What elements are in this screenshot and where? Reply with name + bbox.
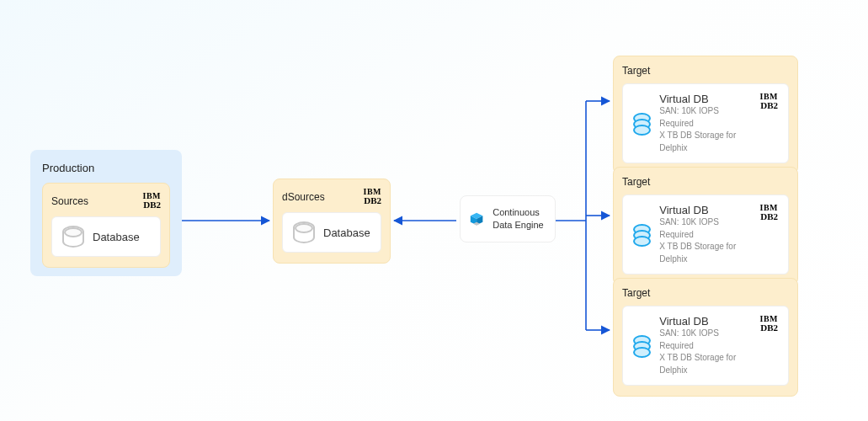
ibm-db2-logo: IBMDB2 [760,204,779,221]
engine-label: Continuous Data Engine [493,206,546,232]
dsources-label: dSources [282,191,325,203]
database-icon [293,221,315,243]
target-title: Target [622,287,789,299]
virtual-db-label: Virtual DB [659,93,753,105]
virtual-db-detail-2: X TB DB Storage for Delphix [659,130,753,154]
virtual-db-label: Virtual DB [659,315,753,328]
target-card-3: Target Virtual DB SAN: 10K IOPS Required… [613,278,798,397]
dsource-database-chip: Database [282,212,381,253]
production-container: Production Sources IBMDB2 Database [30,150,182,276]
target-title: Target [622,65,789,77]
ibm-db2-logo: IBMDB2 [760,93,779,110]
virtual-db-chip: Virtual DB SAN: 10K IOPS Required X TB D… [622,195,789,274]
virtual-db-detail-1: SAN: 10K IOPS Required [659,105,753,130]
sources-card: Sources IBMDB2 Database [42,183,170,268]
target-card-2: Target Virtual DB SAN: 10K IOPS Required… [613,167,798,285]
ibm-db2-logo: IBMDB2 [143,192,162,210]
virtual-db-label: Virtual DB [659,204,753,216]
virtual-db-icon [633,335,651,357]
virtual-db-detail-1: SAN: 10K IOPS Required [659,328,753,352]
continuous-data-engine-card: Continuous Data Engine [460,195,556,242]
ibm-db2-logo: IBMDB2 [760,315,779,333]
target-card-1: Target Virtual DB SAN: 10K IOPS Required… [613,56,798,174]
source-database-label: Database [93,231,140,243]
virtual-db-chip: Virtual DB SAN: 10K IOPS Required X TB D… [622,83,789,163]
sources-label: Sources [51,195,88,207]
engine-cube-icon [469,205,484,233]
production-title: Production [42,162,170,174]
source-database-chip: Database [51,216,161,257]
virtual-db-detail-2: X TB DB Storage for Delphix [659,241,753,265]
virtual-db-detail-1: SAN: 10K IOPS Required [659,216,753,241]
virtual-db-icon [633,224,651,246]
database-icon [62,226,84,248]
virtual-db-detail-2: X TB DB Storage for Delphix [659,352,753,376]
ibm-db2-logo: IBMDB2 [364,188,382,205]
dsources-card: dSources IBMDB2 Database [273,179,391,264]
dsource-database-label: Database [323,226,370,239]
target-title: Target [622,176,789,188]
virtual-db-chip: Virtual DB SAN: 10K IOPS Required X TB D… [622,306,789,386]
virtual-db-icon [633,113,651,135]
